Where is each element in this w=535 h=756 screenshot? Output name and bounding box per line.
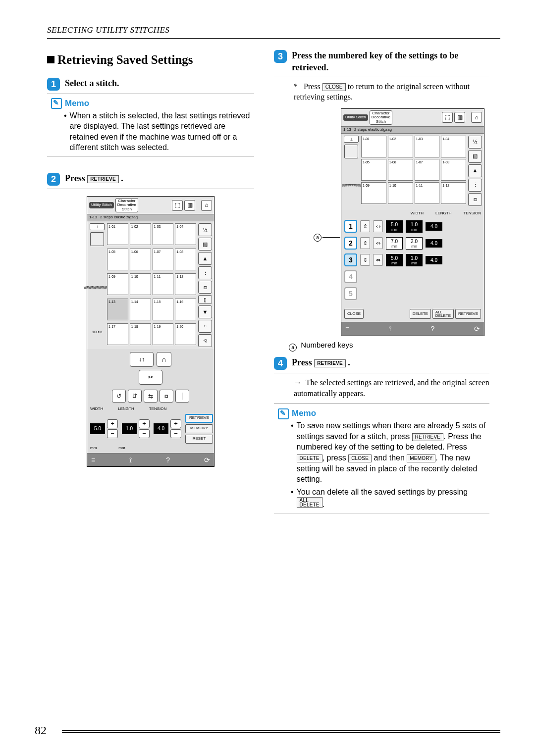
numbered-key-1[interactable]: 1 bbox=[344, 220, 357, 233]
stitch-1-02[interactable]: 1-02 bbox=[130, 223, 151, 245]
foot-icon-r[interactable]: ⬚ bbox=[442, 112, 453, 123]
pattern-icon-r3[interactable]: ⧈ bbox=[468, 193, 482, 206]
tab-decorative-2[interactable]: Character Decorative Stitch bbox=[370, 110, 392, 125]
half-icon-r[interactable]: ½ bbox=[468, 136, 482, 149]
stitch-1-17[interactable]: 1-17 bbox=[107, 323, 128, 345]
length-plus[interactable]: + bbox=[139, 419, 150, 428]
delete-button[interactable]: DELETE bbox=[410, 309, 431, 319]
numbered-key-4[interactable]: 4 bbox=[344, 270, 357, 283]
stitch-1-14[interactable]: 1-14 bbox=[130, 299, 151, 320]
scroll-up-icon[interactable]: ▲ bbox=[198, 252, 212, 265]
close-key[interactable]: CLOSE bbox=[322, 83, 346, 91]
numbered-key-2[interactable]: 2 bbox=[344, 237, 357, 250]
half-icon[interactable]: ½ bbox=[198, 223, 212, 236]
retrieve-button-2[interactable]: RETRIEVE bbox=[455, 309, 481, 319]
pattern-icon-5[interactable]: ≈ bbox=[198, 320, 212, 333]
memory-button[interactable]: MEMORY bbox=[185, 424, 213, 433]
edit-icon-5[interactable]: │ bbox=[175, 390, 189, 403]
foot-icon-2[interactable]: ⟟ bbox=[129, 455, 132, 465]
r-stitch-1-05[interactable]: 1-05 bbox=[361, 159, 386, 181]
stitch-1-04[interactable]: 1-04 bbox=[175, 223, 196, 245]
pattern-icon-6[interactable]: ·Q bbox=[198, 334, 212, 347]
r-stitch-1-02[interactable]: 1-02 bbox=[388, 136, 413, 157]
r-stitch-1-04[interactable]: 1-04 bbox=[441, 136, 466, 157]
width-plus[interactable]: + bbox=[107, 419, 118, 428]
scissors-icon[interactable]: ✂ bbox=[139, 370, 162, 385]
stitch-1-01[interactable]: 1-01 bbox=[107, 223, 128, 245]
r-stitch-1-07[interactable]: 1-07 bbox=[415, 159, 440, 181]
stitch-1-16[interactable]: 1-16 bbox=[175, 299, 196, 320]
tension-plus[interactable]: + bbox=[170, 419, 181, 428]
pattern-icon-2[interactable]: ⋮ bbox=[198, 266, 212, 279]
scroll-up-icon-r[interactable]: ▲ bbox=[468, 164, 482, 177]
memory-key[interactable]: MEMORY bbox=[407, 454, 435, 462]
tab-decorative[interactable]: Character Decorative Stitch bbox=[115, 198, 138, 212]
r-stitch-1-12[interactable]: 1-12 bbox=[441, 182, 466, 204]
stitch-1-06[interactable]: 1-06 bbox=[130, 249, 151, 270]
r-stitch-1-09[interactable]: 1-09 bbox=[361, 182, 386, 204]
stitch-1-07[interactable]: 1-07 bbox=[153, 249, 174, 270]
r-stitch-1-06[interactable]: 1-06 bbox=[388, 159, 413, 181]
mirror-h-icon[interactable]: ⇵ bbox=[128, 390, 142, 403]
retrieve-key[interactable]: RETRIEVE bbox=[87, 175, 119, 183]
tension-minus[interactable]: − bbox=[170, 429, 181, 438]
retrieve-button[interactable]: RETRIEVE bbox=[185, 414, 213, 423]
home-icon[interactable]: ⌂ bbox=[201, 200, 212, 211]
r-stitch-1-10[interactable]: 1-10 bbox=[388, 182, 413, 204]
pattern-icon-4[interactable]: ▯ bbox=[198, 295, 212, 304]
help-icon-r[interactable]: ? bbox=[431, 324, 435, 334]
memo-2-body: • To save new settings when there are al… bbox=[291, 420, 489, 510]
numbered-key-3[interactable]: 3 bbox=[344, 253, 357, 266]
close-key-2[interactable]: CLOSE bbox=[348, 454, 372, 462]
stitch-grid[interactable]: 1-01 1-02 1-03 1-04 1-05 1-06 1-07 1-08 … bbox=[107, 223, 196, 347]
all-delete-button[interactable]: ALL DELETE bbox=[432, 309, 454, 319]
reset-button[interactable]: RESET bbox=[185, 435, 213, 444]
foot-icon[interactable]: ⬚ bbox=[172, 200, 183, 211]
r-stitch-1-08[interactable]: 1-08 bbox=[441, 159, 466, 181]
numbered-key-5[interactable]: 5 bbox=[344, 287, 357, 300]
settings-icon-r[interactable]: ⟳ bbox=[474, 324, 480, 334]
close-button[interactable]: CLOSE bbox=[344, 309, 364, 319]
width-minus[interactable]: − bbox=[107, 429, 118, 438]
tab-utility-stitch[interactable]: Utility Stitch bbox=[89, 202, 114, 208]
stitch-1-18[interactable]: 1-18 bbox=[130, 323, 151, 345]
delete-key[interactable]: DELETE bbox=[297, 454, 322, 462]
grid-icon[interactable]: ▥ bbox=[184, 200, 195, 211]
scroll-down-icon[interactable]: ▼ bbox=[198, 305, 212, 318]
stitch-1-15[interactable]: 1-15 bbox=[153, 299, 174, 320]
stitch-1-19[interactable]: 1-19 bbox=[153, 323, 174, 345]
loop-icon[interactable]: ∩ bbox=[157, 352, 171, 367]
stitch-1-12[interactable]: 1-12 bbox=[175, 273, 196, 295]
home-icon-r[interactable]: ⌂ bbox=[471, 112, 482, 123]
stitch-1-20[interactable]: 1-20 bbox=[175, 323, 196, 345]
menu-icon[interactable]: ≡ bbox=[91, 455, 95, 465]
tab-utility-stitch-2[interactable]: Utility Stitch bbox=[343, 114, 368, 120]
help-icon[interactable]: ? bbox=[166, 455, 170, 465]
length-minus[interactable]: − bbox=[139, 429, 150, 438]
stitch-1-13[interactable]: 1-13 bbox=[107, 299, 128, 320]
settings-icon[interactable]: ⟳ bbox=[204, 455, 210, 465]
r-stitch-1-03[interactable]: 1-03 bbox=[415, 136, 440, 157]
bottom-half-icon[interactable]: ↓↑ bbox=[130, 352, 154, 367]
r-stitch-1-11[interactable]: 1-11 bbox=[415, 182, 440, 204]
edit-icon-1[interactable]: ↺ bbox=[112, 390, 126, 403]
pattern-icon-r2[interactable]: ⋮ bbox=[468, 179, 482, 192]
retrieve-key-3[interactable]: RETRIEVE bbox=[412, 433, 444, 441]
stitch-1-05[interactable]: 1-05 bbox=[107, 249, 128, 270]
r-stitch-1-01[interactable]: 1-01 bbox=[361, 136, 386, 157]
pattern-icon-r1[interactable]: ▧ bbox=[468, 150, 482, 163]
needle-icon[interactable]: ⧈ bbox=[160, 390, 173, 403]
pattern-icon-1[interactable]: ▧ bbox=[198, 238, 212, 251]
stitch-1-09[interactable]: 1-09 bbox=[107, 273, 128, 295]
foot-icon-r2[interactable]: ⟟ bbox=[389, 324, 391, 334]
stitch-1-03[interactable]: 1-03 bbox=[153, 223, 174, 245]
stitch-1-08[interactable]: 1-08 bbox=[175, 249, 196, 270]
retrieve-key-2[interactable]: RETRIEVE bbox=[314, 359, 346, 367]
all-delete-key[interactable]: ALL DELETE bbox=[297, 497, 322, 508]
pattern-icon-3[interactable]: ⧈ bbox=[198, 281, 212, 294]
stitch-1-10[interactable]: 1-10 bbox=[130, 273, 151, 295]
mirror-v-icon[interactable]: ⇆ bbox=[144, 390, 158, 403]
stitch-1-11[interactable]: 1-11 bbox=[153, 273, 174, 295]
grid-icon-r[interactable]: ▥ bbox=[454, 112, 465, 123]
menu-icon-r[interactable]: ≡ bbox=[345, 324, 349, 334]
